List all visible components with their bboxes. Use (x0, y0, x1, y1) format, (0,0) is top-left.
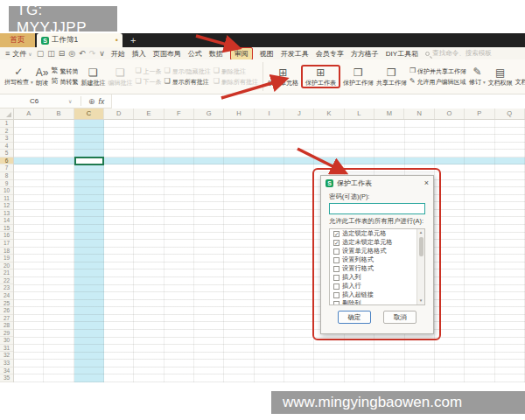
cancel-button[interactable]: 取消 (383, 311, 416, 324)
checkbox-icon[interactable] (333, 301, 340, 306)
menu-item-页面布局[interactable]: 页面布局 (153, 49, 181, 59)
row-header-29[interactable]: 29 (0, 330, 13, 338)
column-header-G[interactable]: G (194, 108, 224, 119)
编辑批注-button[interactable]: ❏编辑批注 (108, 67, 132, 86)
繁转简-button[interactable]: 繁繁转简 (51, 67, 78, 74)
column-header-A[interactable]: A (14, 108, 44, 119)
row-header-16[interactable]: 16 (0, 232, 13, 240)
permission-option[interactable]: 设置列格式 (330, 256, 424, 264)
scroll-down-icon[interactable]: ▼ (417, 298, 424, 304)
row-header-35[interactable]: 35 (0, 374, 13, 382)
文档定稿-button[interactable]: ☑文档定稿 ▾ (515, 66, 525, 86)
保护并共享工作簿-button[interactable]: ❒保护并共享工作簿 (410, 67, 466, 74)
row-header-4[interactable]: 4 (0, 143, 13, 150)
允许用户编辑区域-button[interactable]: ✎允许用户编辑区域 (410, 78, 466, 85)
column-header-K[interactable]: K (314, 108, 344, 119)
row-header-15[interactable]: 15 (0, 225, 13, 233)
permission-option[interactable]: 插入列 (330, 273, 424, 282)
显示/隐藏批注-button[interactable]: ❏显示/隐藏批注 (164, 67, 211, 74)
hamburger-icon[interactable]: ≡ (5, 49, 10, 58)
row-header-6[interactable]: 6 (0, 158, 13, 165)
row-header-34[interactable]: 34 (0, 368, 13, 375)
文档权限-button[interactable]: ▤文档权限 (488, 67, 513, 86)
row-header-27[interactable]: 27 (0, 315, 13, 323)
共享工作簿-button[interactable]: ❒共享工作簿 (376, 67, 407, 86)
row-header-13[interactable]: 13 (0, 210, 13, 218)
简转繁-button[interactable]: 简简转繁 (51, 78, 78, 85)
menu-item-开发工具[interactable]: 开发工具 (281, 49, 309, 59)
row-header-3[interactable]: 3 (0, 135, 13, 143)
修订-button[interactable]: ✎修订 ▾ (469, 66, 486, 86)
save-icon[interactable]: ▢ (37, 49, 45, 58)
home-tab[interactable]: 首页 (0, 33, 35, 47)
checkbox-icon[interactable] (333, 275, 340, 281)
row-header-22[interactable]: 22 (0, 277, 13, 285)
name-box[interactable]: C6 (0, 97, 68, 105)
close-icon[interactable]: × (424, 179, 429, 187)
column-header-M[interactable]: M (374, 108, 404, 119)
file-menu-caret-icon[interactable]: ∨ (28, 51, 32, 57)
menu-item-公式[interactable]: 公式 (188, 49, 202, 59)
print-preview-icon[interactable]: ◎ (68, 49, 75, 58)
column-header-L[interactable]: L (345, 108, 374, 119)
menu-item-插入[interactable]: 插入 (132, 49, 146, 59)
row-header-25[interactable]: 25 (0, 300, 13, 308)
column-header-J[interactable]: J (284, 108, 314, 119)
checkbox-checked-icon[interactable]: ✓ (333, 240, 340, 246)
permissions-listbox[interactable]: ✓选定锁定单元格✓选定未锁定单元格设置单元格格式设置列格式设置行格式插入列插入行… (329, 228, 425, 305)
row-header-10[interactable]: 10 (0, 187, 13, 195)
checkbox-icon[interactable] (333, 257, 340, 263)
permission-option[interactable]: ✓选定未锁定单元格 (330, 238, 424, 247)
column-header-I[interactable]: I (255, 108, 284, 119)
permission-option[interactable]: 插入行 (330, 282, 424, 290)
spreadsheet-grid[interactable] (14, 120, 525, 382)
command-search[interactable]: 查找命令、搜索模板 (425, 49, 492, 58)
new-tab-button[interactable]: + (130, 35, 136, 47)
undo-icon[interactable]: ↶ (79, 49, 86, 58)
row-header-19[interactable]: 19 (0, 255, 13, 262)
row-header-20[interactable]: 20 (0, 262, 13, 270)
menu-item-审阅[interactable]: 审阅 (230, 47, 253, 60)
column-header-P[interactable]: P (465, 108, 494, 119)
保护工作表-button[interactable]: ⊞保护工作表 (301, 65, 340, 88)
checkbox-icon[interactable] (333, 248, 340, 255)
column-header-D[interactable]: D (104, 108, 134, 119)
menu-item-方方格子[interactable]: 方方格子 (351, 49, 379, 59)
menu-item-DIY工具箱[interactable]: DIY工具箱 (386, 49, 418, 59)
下一条-button[interactable]: ❏下一条 (135, 78, 161, 85)
column-header-E[interactable]: E (134, 108, 164, 119)
row-header-9[interactable]: 9 (0, 180, 13, 188)
menu-item-开始[interactable]: 开始 (111, 49, 125, 59)
menu-item-视图[interactable]: 视图 (260, 49, 274, 59)
row-header-33[interactable]: 33 (0, 360, 13, 368)
显示所有批注-button[interactable]: ❏显示所有批注 (164, 78, 211, 85)
output-icon[interactable]: ◫ (47, 49, 55, 58)
listbox-scrollbar[interactable]: ▲ ▼ (416, 229, 424, 304)
scrollbar-thumb[interactable] (419, 237, 424, 256)
dialog-title-bar[interactable]: S 保护工作表 × (321, 176, 433, 190)
新建批注-button[interactable]: ❏新建批注 (80, 67, 105, 86)
redo-icon[interactable]: ↷ (89, 49, 96, 58)
selected-cell-c6[interactable] (74, 157, 104, 165)
column-header-N[interactable]: N (404, 108, 434, 119)
checkbox-icon[interactable] (333, 266, 340, 272)
menu-item-会员专享[interactable]: 会员专享 (316, 49, 344, 59)
permission-option[interactable]: ✓选定锁定单元格 (330, 229, 424, 238)
朗读-button[interactable]: A»朗读 (36, 67, 49, 86)
insert-function-icon[interactable]: ⊕ (88, 97, 95, 106)
column-header-F[interactable]: F (164, 108, 194, 119)
row-header-30[interactable]: 30 (0, 337, 13, 345)
row-header-5[interactable]: 5 (0, 150, 13, 158)
上一条-button[interactable]: ❏上一条 (135, 67, 161, 74)
row-header-24[interactable]: 24 (0, 292, 13, 300)
row-header-31[interactable]: 31 (0, 345, 13, 353)
workbook-tab[interactable]: S 工作簿1 • (37, 33, 122, 47)
select-all-corner[interactable] (0, 108, 14, 119)
menu-item-数据[interactable]: 数据 (209, 49, 223, 59)
row-header-28[interactable]: 28 (0, 322, 13, 330)
permission-option[interactable]: 插入超链接 (330, 290, 424, 299)
scroll-up-icon[interactable]: ▲ (417, 229, 424, 236)
print-icon[interactable]: ⊟ (59, 49, 66, 58)
拼写检查-button[interactable]: ✓拼写检查 ▾ (4, 66, 33, 86)
ok-button[interactable]: 确定 (338, 311, 371, 324)
